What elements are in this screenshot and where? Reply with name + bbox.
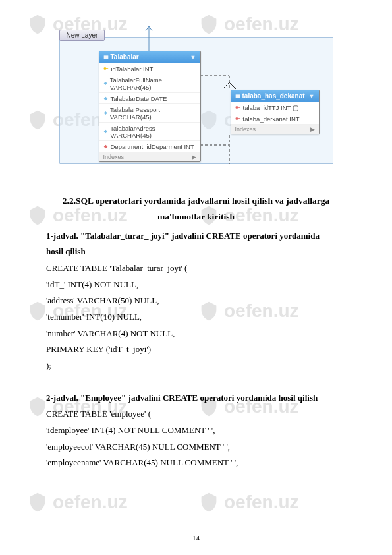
code-line: 'idT_' INT(4) NOT NULL, [46, 277, 346, 293]
diamond-icon [103, 96, 108, 101]
arrow-right-icon: ▶ [310, 126, 315, 132]
svg-point-14 [235, 106, 238, 109]
arrow-right-icon: ▶ [192, 154, 196, 160]
svg-marker-12 [103, 144, 107, 148]
layer-label: New Layer [59, 30, 105, 41]
key-icon [103, 66, 109, 71]
diamond-icon [103, 111, 107, 115]
table-footer: Indexes▶ [231, 125, 319, 134]
block1-title-l2: hosil qilish [46, 244, 346, 260]
table-name: talaba_has_dekanat [242, 92, 305, 100]
table-row: TalabalarFullName VARCHAR(45) [99, 74, 200, 93]
table-row: TalabalarAdress VARCHAR(45) [99, 123, 200, 141]
code-line: CREATE TABLE 'employee' ( [46, 406, 346, 423]
table-row: idTalabalar INT [99, 63, 200, 74]
code-line: ); [46, 358, 346, 374]
diamond-icon [103, 144, 108, 149]
page-number: 14 [192, 534, 200, 542]
table-header: talaba_has_dekanat ▼ [231, 90, 319, 102]
table-row: TalabalarDate DATE [99, 93, 200, 104]
svg-marker-10 [103, 111, 107, 115]
code-line: CREATE TABLE 'Talabalar_turar_joyi' ( [46, 260, 346, 277]
svg-marker-9 [103, 96, 107, 100]
page-content: New Layer Talabalar ▼ idTalabalar INT Ta… [0, 0, 392, 471]
table-name: Talabalar [111, 53, 139, 61]
code-line: 'address' VARCHAR(50) NULL, [46, 293, 346, 309]
table-talabalar: Talabalar ▼ idTalabalar INT TalabalarFul… [99, 51, 201, 162]
code-line: 'employeecol' VARCHAR(45) NULL COMMENT '… [46, 439, 346, 455]
table-row: TalabalarPassport VARCHAR(45) [99, 104, 200, 123]
svg-point-6 [103, 67, 106, 70]
table-talaba-has-dekanat: talaba_has_dekanat ▼ talaba_idTTJ INT ▢ … [231, 90, 320, 134]
table-row: Department_idDeparment INT [99, 141, 200, 152]
watermark-text: oefen.uz [53, 492, 128, 513]
collapse-icon: ▼ [190, 54, 196, 61]
table-footer: Indexes▶ [99, 152, 200, 161]
svg-rect-17 [238, 118, 240, 119]
watermark-text: oefen.uz [224, 492, 299, 513]
code-line: 'employeename' VARCHAR(45) NULL COMMENT … [46, 455, 346, 471]
table-icon [103, 55, 109, 60]
svg-rect-7 [106, 68, 108, 69]
table-icon [235, 94, 240, 99]
key-icon [235, 105, 240, 110]
code-line: 'telnumber' INT(10) NULL, [46, 309, 346, 326]
code-line: PRIMARY KEY ('idT_t_joyi') [46, 341, 346, 358]
diamond-icon [103, 81, 107, 86]
svg-rect-5 [103, 55, 108, 59]
er-diagram: New Layer Talabalar ▼ idTalabalar INT Ta… [51, 26, 341, 168]
block1-title-l1: 1-jadval. "Talabalar_turar_ joyi" jadval… [46, 228, 346, 245]
code-line: 'number' VARCHAR(4) NOT NULL, [46, 326, 346, 342]
section-heading-line2: ma'lumotlar kiritish [46, 210, 346, 223]
svg-marker-11 [103, 130, 107, 133]
code-line: 'idemployee' INT(4) NOT NULL COMMENT ' '… [46, 423, 346, 439]
section-heading-line1: 2.2.SQL operatorlari yordamida jadvallar… [46, 194, 346, 208]
block2-title: 2-jadval. "Employee" jadvalini CREATE op… [46, 390, 346, 407]
diamond-icon [103, 129, 108, 134]
table-header: Talabalar ▼ [99, 51, 200, 63]
svg-marker-8 [103, 82, 107, 85]
svg-point-16 [235, 117, 238, 120]
svg-rect-13 [235, 94, 240, 98]
collapse-icon: ▼ [309, 93, 315, 100]
svg-rect-15 [238, 107, 240, 108]
key-icon [235, 116, 240, 121]
table-row: talaba_derkanat INT [231, 113, 319, 125]
table-row: talaba_idTTJ INT ▢ [231, 102, 319, 113]
